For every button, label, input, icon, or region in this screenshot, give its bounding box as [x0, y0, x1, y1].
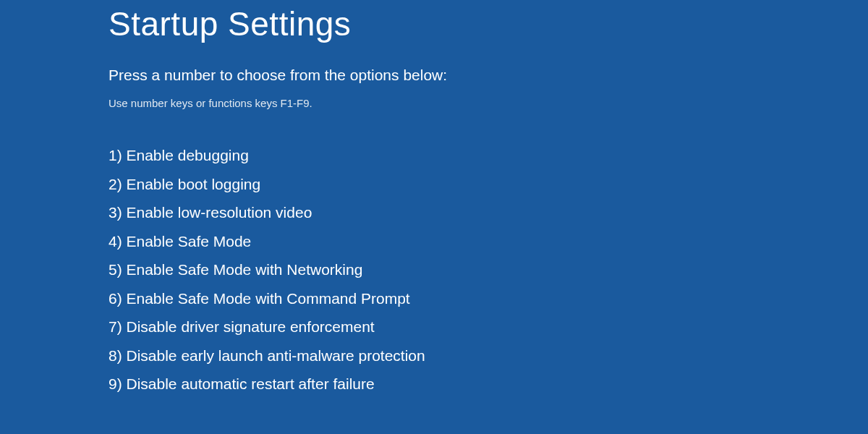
- option-item-6[interactable]: 6) Enable Safe Mode with Command Prompt: [109, 287, 868, 310]
- options-list: 1) Enable debugging 2) Enable boot loggi…: [109, 144, 868, 396]
- option-item-1[interactable]: 1) Enable debugging: [109, 144, 868, 167]
- option-item-5[interactable]: 5) Enable Safe Mode with Networking: [109, 258, 868, 281]
- option-item-9[interactable]: 9) Disable automatic restart after failu…: [109, 373, 868, 396]
- page-title: Startup Settings: [109, 4, 868, 43]
- option-item-2[interactable]: 2) Enable boot logging: [109, 173, 868, 196]
- option-item-4[interactable]: 4) Enable Safe Mode: [109, 230, 868, 253]
- option-item-7[interactable]: 7) Disable driver signature enforcement: [109, 315, 868, 339]
- hint-text: Use number keys or functions keys F1-F9.: [109, 97, 868, 109]
- instruction-text: Press a number to choose from the option…: [109, 67, 868, 84]
- option-item-3[interactable]: 3) Enable low-resolution video: [109, 201, 868, 224]
- option-item-8[interactable]: 8) Disable early launch anti-malware pro…: [109, 344, 868, 367]
